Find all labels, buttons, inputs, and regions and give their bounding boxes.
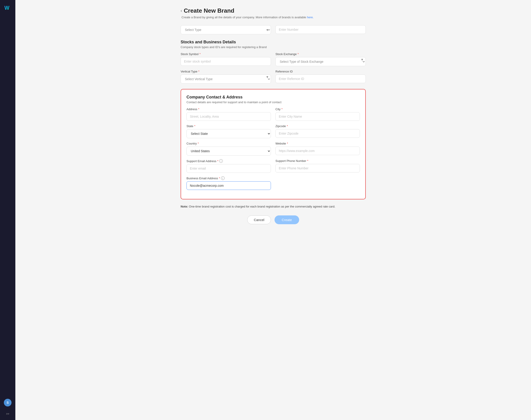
website-input[interactable] (275, 147, 360, 155)
website-required: * (287, 142, 288, 145)
state-label: State* (187, 124, 271, 128)
reference-id-input[interactable] (275, 75, 366, 83)
page-header: ‹ Create New Brand Create a Brand by giv… (181, 7, 366, 19)
zipcode-required: * (287, 124, 288, 128)
stock-exchange-col: Stock Exchange* Select Type of Stock Exc… (275, 52, 366, 66)
support-email-input[interactable] (187, 164, 271, 173)
reference-id-col: Reference ID (275, 70, 366, 84)
reference-id-label: Reference ID (275, 70, 366, 73)
sidebar-logo: W (4, 4, 12, 13)
stock-symbol-input[interactable] (181, 57, 271, 66)
business-email-col: Business Email Address* i (187, 176, 271, 190)
sidebar: W S >> (0, 0, 15, 420)
support-phone-label: Support Phone Number* (275, 159, 360, 163)
support-email-required: * (217, 159, 218, 163)
number-input-wrapper (275, 25, 366, 34)
business-email-label: Business Email Address* i (187, 176, 271, 180)
page-title: Create New Brand (184, 7, 234, 14)
business-email-info-icon[interactable]: i (221, 176, 225, 180)
button-row: Cancel Create (181, 215, 366, 224)
website-label: Website* (275, 142, 360, 145)
stock-exchange-required: * (297, 52, 299, 56)
state-select[interactable]: Select State (187, 129, 271, 138)
svg-text:W: W (4, 5, 10, 11)
stocks-row-1: Stock Symbol* Stock Exchange* Select Typ… (181, 52, 366, 66)
cancel-button[interactable]: Cancel (247, 215, 271, 224)
stocks-section-desc: Company stock types and ID's are require… (181, 45, 366, 49)
support-email-phone-row: Support Email Address* i Support Phone N… (187, 159, 360, 173)
number-input[interactable] (275, 25, 366, 34)
here-link[interactable]: here. (307, 15, 314, 19)
stock-symbol-col: Stock Symbol* (181, 52, 271, 66)
business-email-required: * (219, 177, 220, 180)
back-arrow-icon[interactable]: ‹ (181, 8, 182, 13)
state-required: * (194, 124, 195, 128)
sidebar-expand-button[interactable]: >> (6, 412, 9, 416)
city-required: * (281, 107, 282, 111)
stock-symbol-required: * (199, 52, 201, 56)
vertical-type-select[interactable]: Select Vertical Type (181, 75, 271, 84)
note-text: Note: One-time brand registration cost i… (181, 205, 366, 208)
website-col: Website* (275, 142, 360, 156)
form-container: ‹ Create New Brand Create a Brand by giv… (181, 7, 366, 224)
country-col: Country* United States (187, 142, 271, 156)
address-input[interactable] (187, 112, 271, 121)
stocks-section: Stocks and Business Details Company stoc… (181, 40, 366, 84)
city-input[interactable] (275, 112, 360, 121)
stocks-section-title: Stocks and Business Details (181, 40, 366, 45)
address-col: Address* (187, 107, 271, 121)
zipcode-input[interactable] (275, 129, 360, 138)
top-row: Select Type ▾ (181, 25, 366, 34)
state-col: State* Select State (187, 124, 271, 138)
address-city-row: Address* City* (187, 107, 360, 121)
create-button[interactable]: Create (275, 215, 299, 224)
country-select[interactable]: United States (187, 147, 271, 156)
country-required: * (198, 142, 199, 145)
stock-symbol-label: Stock Symbol* (181, 52, 271, 56)
support-phone-input[interactable] (275, 164, 360, 173)
support-email-col: Support Email Address* i (187, 159, 271, 173)
contact-section-title: Company Contact & Address (187, 95, 360, 100)
main-content: ‹ Create New Brand Create a Brand by giv… (15, 0, 531, 420)
zipcode-col: Zipcode* (275, 124, 360, 138)
contact-section: Company Contact & Address Contact detail… (181, 89, 366, 199)
country-website-row: Country* United States Website* (187, 142, 360, 156)
vertical-type-required: * (198, 70, 199, 73)
city-label: City* (275, 107, 360, 111)
business-email-row: Business Email Address* i (187, 176, 360, 190)
vertical-type-col: Vertical Type* Select Vertical Type ▾ (181, 70, 271, 84)
address-label: Address* (187, 107, 271, 111)
page-subtitle: Create a Brand by giving all the details… (181, 15, 366, 19)
stock-exchange-label: Stock Exchange* (275, 52, 366, 56)
address-required: * (198, 107, 199, 111)
zipcode-label: Zipcode* (275, 124, 360, 128)
type-select-wrapper: Select Type ▾ (181, 25, 271, 34)
business-email-input[interactable] (187, 181, 271, 190)
type-select[interactable]: Select Type (181, 25, 271, 34)
support-phone-required: * (307, 159, 308, 163)
user-avatar[interactable]: S (4, 399, 12, 406)
contact-section-desc: Contact details are required for support… (187, 101, 360, 104)
support-email-info-icon[interactable]: i (219, 159, 223, 163)
stocks-row-2: Vertical Type* Select Vertical Type ▾ Re… (181, 70, 366, 84)
vertical-type-label: Vertical Type* (181, 70, 271, 73)
state-zip-row: State* Select State Zipcode* (187, 124, 360, 138)
stock-exchange-select[interactable]: Select Type of Stock Exchange (275, 57, 366, 66)
country-label: Country* (187, 142, 271, 145)
city-col: City* (275, 107, 360, 121)
support-phone-col: Support Phone Number* (275, 159, 360, 173)
support-email-label: Support Email Address* i (187, 159, 271, 163)
